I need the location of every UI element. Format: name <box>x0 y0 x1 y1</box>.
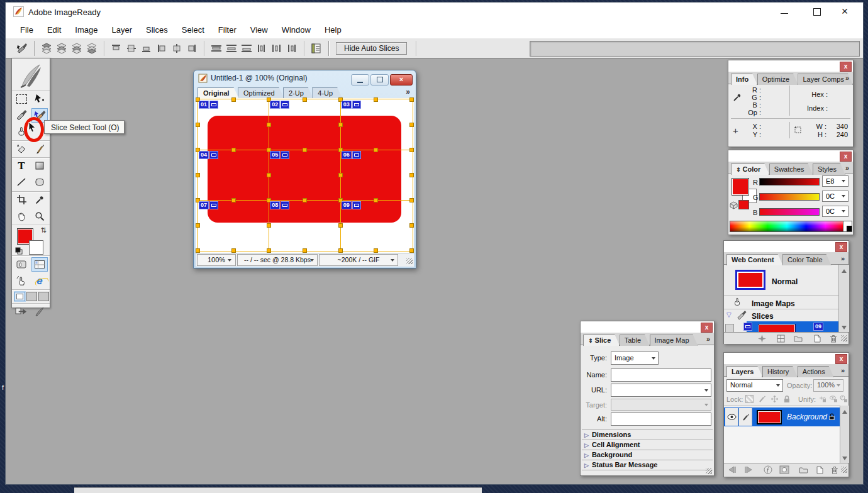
slice-handle[interactable] <box>409 248 414 253</box>
background-color-swatch[interactable] <box>29 240 43 255</box>
paint-indicator-cell[interactable] <box>739 408 752 426</box>
menu-layer[interactable]: Layer <box>105 25 140 35</box>
line-tool[interactable] <box>13 175 30 189</box>
slice-label[interactable]: 08 <box>270 201 289 209</box>
menu-slices[interactable]: Slices <box>139 25 175 35</box>
normal-state-thumbnail[interactable] <box>735 270 765 290</box>
slice-handle[interactable] <box>374 148 378 152</box>
scrollbar[interactable] <box>838 265 849 332</box>
menu-file[interactable]: File <box>13 25 40 35</box>
zoom-tool[interactable] <box>31 209 48 223</box>
slice-handle[interactable] <box>374 248 378 253</box>
slice-label[interactable]: 07 <box>199 201 218 209</box>
slice-handle[interactable] <box>374 198 378 202</box>
maximize-button[interactable] <box>811 8 823 16</box>
tab-layer-comps[interactable]: Layer Comps <box>798 74 852 85</box>
tab-history[interactable]: History <box>762 366 798 377</box>
slice-handle[interactable] <box>303 198 307 202</box>
close-button[interactable]: × <box>838 5 851 18</box>
layer-thumbnail[interactable] <box>757 410 782 424</box>
distribute-left-icon[interactable] <box>254 42 269 55</box>
type-select[interactable]: Image <box>611 352 659 365</box>
toggle-image-maps-visibility[interactable] <box>13 257 30 272</box>
bring-to-front-icon[interactable] <box>39 42 54 55</box>
doc-restore-button[interactable] <box>370 74 389 86</box>
slice-handle[interactable] <box>409 198 414 202</box>
menu-select[interactable]: Select <box>175 25 211 35</box>
tab-web-content[interactable]: Web Content <box>726 254 783 265</box>
crop-tool[interactable] <box>13 192 30 207</box>
align-right-icon[interactable] <box>184 42 199 55</box>
foreground-color-swatch[interactable] <box>732 178 749 196</box>
menu-image[interactable]: Image <box>68 25 104 35</box>
close-icon[interactable]: x <box>840 62 852 72</box>
new-layer-icon[interactable] <box>815 465 825 475</box>
slice-handle[interactable] <box>196 248 200 253</box>
download-time-dropdown[interactable]: -- / -- sec @ 28.8 Kbps <box>237 254 318 266</box>
slice-label[interactable]: 09 <box>342 201 361 209</box>
slice-handle[interactable] <box>409 148 414 152</box>
tab-actions[interactable]: Actions <box>798 366 834 377</box>
screen-mode-standard[interactable] <box>14 292 25 301</box>
new-group-icon[interactable] <box>793 333 803 343</box>
doc-tab-4up[interactable]: 4-Up <box>312 87 342 98</box>
new-item-icon[interactable] <box>812 333 822 343</box>
green-slider[interactable] <box>759 193 820 201</box>
slice-handle[interactable] <box>303 248 307 253</box>
slice-handle[interactable] <box>267 123 271 127</box>
section-status-bar-message[interactable]: ▷Status Bar Message <box>582 460 713 470</box>
preview-rollover-tool[interactable] <box>13 274 30 288</box>
slice-handle[interactable] <box>196 123 200 127</box>
web-safe-color-swatch[interactable] <box>738 200 749 209</box>
toggle-slices-visibility[interactable] <box>31 257 48 272</box>
close-icon[interactable]: x <box>701 323 713 333</box>
lock-position-icon[interactable] <box>769 394 779 404</box>
slice-handle[interactable] <box>196 223 200 228</box>
green-value-box[interactable]: 0C <box>822 191 849 202</box>
name-input[interactable] <box>611 368 711 382</box>
slice-label[interactable]: 06 <box>342 151 361 159</box>
blue-value-box[interactable]: 0C <box>822 206 849 217</box>
close-icon[interactable]: x <box>835 354 847 364</box>
file-size-dropdown[interactable]: ~200K / -- GIF <box>319 254 398 266</box>
trash-icon[interactable] <box>828 333 838 343</box>
unify-visibility-icon[interactable] <box>828 394 838 404</box>
red-value-box[interactable]: E8 <box>822 175 849 187</box>
align-top-icon[interactable] <box>109 42 124 55</box>
slice-label[interactable]: 05 <box>270 151 289 159</box>
slice-label[interactable]: 03 <box>342 101 361 109</box>
slices-label[interactable]: Slices <box>752 312 774 321</box>
scroll-up-icon[interactable] <box>842 407 847 414</box>
slice-handle[interactable] <box>303 148 307 152</box>
slice-handle[interactable] <box>231 97 236 102</box>
eraser-tool[interactable] <box>13 141 30 156</box>
expand-triangle-icon[interactable]: ▽ <box>726 311 732 318</box>
menu-filter[interactable]: Filter <box>211 25 243 35</box>
swap-colors-icon[interactable]: ⇄ <box>40 227 48 233</box>
send-backward-icon[interactable] <box>69 42 84 55</box>
screen-mode-full-menubar[interactable] <box>26 292 37 301</box>
slice-handle[interactable] <box>409 123 414 127</box>
doc-close-button[interactable]: × <box>390 74 413 86</box>
align-hcenter-icon[interactable] <box>169 42 184 55</box>
zoom-level-dropdown[interactable]: 100% <box>197 254 236 266</box>
palette-header[interactable] <box>728 60 853 72</box>
section-background[interactable]: ▷Background <box>582 450 713 460</box>
resize-grip[interactable] <box>706 468 712 474</box>
hide-auto-slices-button[interactable]: Hide Auto Slices <box>336 42 407 55</box>
rounded-rect-tool[interactable] <box>31 175 48 189</box>
lock-pixels-icon[interactable] <box>757 394 767 404</box>
spectrum-black-swatch[interactable] <box>847 226 852 231</box>
panel-menu-chevron[interactable]: » <box>706 335 710 343</box>
lock-all-icon[interactable] <box>782 394 792 404</box>
palette-header[interactable] <box>581 321 714 333</box>
hand-tool[interactable] <box>13 209 30 223</box>
doc-tabs-overflow-chevron[interactable]: » <box>406 87 410 96</box>
tab-image-map[interactable]: Image Map <box>650 335 698 346</box>
close-icon[interactable]: x <box>840 152 852 162</box>
slice-label[interactable]: 01 <box>199 101 218 109</box>
menu-view[interactable]: View <box>243 25 275 35</box>
paintbrush-tool[interactable] <box>31 141 48 156</box>
distribute-bottom-icon[interactable] <box>239 42 254 55</box>
blue-slider[interactable] <box>759 208 820 216</box>
